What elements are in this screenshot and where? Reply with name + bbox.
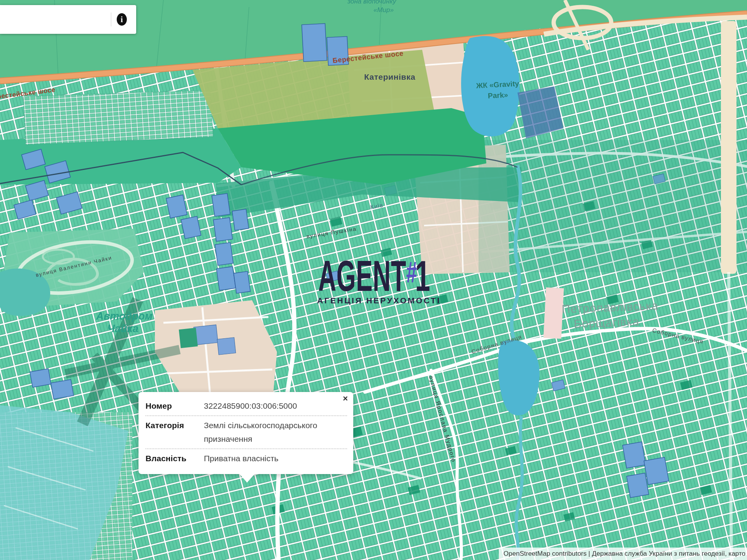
- map-attribution: OpenStreetMap contributors | Державна сл…: [499, 548, 747, 560]
- popup-row-ownership-label: Власність: [146, 452, 204, 466]
- info-button[interactable]: i: [117, 13, 127, 26]
- logo-subtitle: АГЕНЦІЯ НЕРУХОМОСТІ: [317, 296, 441, 305]
- popup-separator: [146, 415, 347, 416]
- popup-row-category-value: Землі сільськогосподарського призначення: [204, 418, 347, 446]
- popup-row-category-label: Категорія: [146, 418, 204, 446]
- parcel-info-popup: × Номер 3222485900:03:006:5000 Категорія…: [139, 392, 353, 474]
- popup-row-number: Номер 3222485900:03:006:5000: [146, 399, 347, 413]
- popup-tail: [239, 473, 255, 483]
- attribution-text: OpenStreetMap contributors | Державна сл…: [503, 550, 745, 558]
- popup-separator: [146, 448, 347, 449]
- popup-close-button[interactable]: ×: [343, 394, 348, 403]
- map-canvas[interactable]: зона відпочинку «Мир» Берестейське шосе …: [0, 0, 747, 560]
- popup-row-number-value: 3222485900:03:006:5000: [204, 399, 347, 413]
- search-divider: [111, 12, 111, 26]
- info-icon: i: [121, 15, 123, 24]
- subdivision-grid: [23, 90, 213, 145]
- logo-number: 1: [415, 254, 430, 298]
- search-bar: i: [0, 5, 136, 34]
- popup-row-category: Категорія Землі сільськогосподарського п…: [146, 418, 347, 446]
- popup-row-ownership-value: Приватна власність: [204, 452, 347, 466]
- popup-row-ownership: Власність Приватна власність: [146, 452, 347, 466]
- popup-row-number-label: Номер: [146, 399, 204, 413]
- agency-watermark: AGENT # 1 АГЕНЦІЯ НЕРУХОМОСТІ: [317, 254, 442, 311]
- search-input[interactable]: [6, 7, 111, 32]
- logo-word: AGENT: [318, 254, 406, 298]
